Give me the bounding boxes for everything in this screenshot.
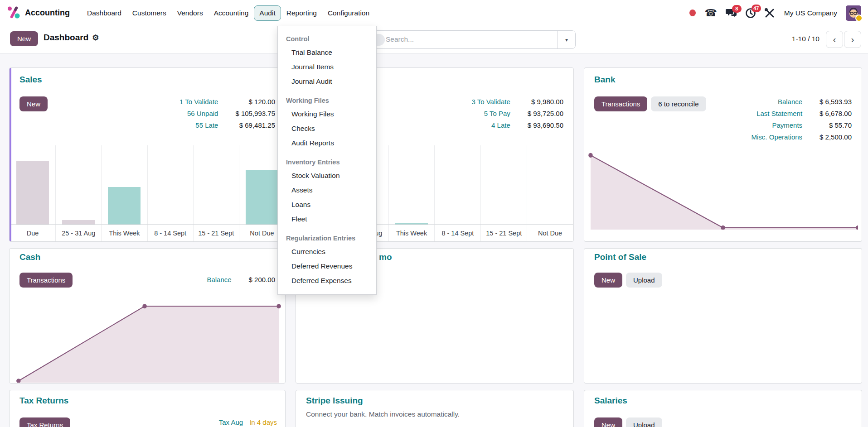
- menu-item-journal-audit[interactable]: Journal Audit: [278, 74, 376, 89]
- card-tax-returns: Tax Returns Tax Returns Tax Aug In 4 day…: [9, 390, 286, 427]
- menu-item-working-files[interactable]: Working Files: [278, 107, 376, 121]
- bank-stat-last-statement-value: $ 6,678.00: [820, 109, 852, 118]
- purchase-stat-to-validate[interactable]: 3 To Validate: [471, 97, 510, 106]
- sales-stat-unpaid[interactable]: 56 Unpaid: [179, 109, 218, 118]
- cash-transactions-button[interactable]: Transactions: [19, 273, 73, 288]
- accounting-app-icon: [7, 5, 20, 21]
- salaries-new-button[interactable]: New: [594, 417, 622, 427]
- nav-item-audit[interactable]: Audit: [254, 5, 281, 21]
- search-placeholder: Search...: [386, 35, 414, 43]
- sales-stat-late-value: $ 69,481.25: [235, 120, 275, 130]
- card-cash: Cash Transactions Balance $ 200.00: [9, 248, 286, 384]
- pager-range: 1-10 / 10: [792, 35, 820, 43]
- bank-stat-payments[interactable]: Payments: [752, 120, 803, 130]
- card-bank: Bank Transactions 6 to reconcile Balance…: [584, 67, 862, 242]
- menu-item-deferred-revenues[interactable]: Deferred Revenues: [278, 259, 376, 273]
- phone-icon[interactable]: ☎: [704, 7, 717, 19]
- activities-badge: 47: [752, 5, 761, 12]
- sales-bar-chart[interactable]: [10, 145, 285, 225]
- pos-card-title[interactable]: Point of Sale: [594, 252, 646, 262]
- salaries-card-title[interactable]: Salaries: [594, 396, 627, 406]
- stripe-issuing-card-title[interactable]: Stripe Issuing: [306, 396, 363, 406]
- tax-returns-button[interactable]: Tax Returns: [19, 417, 70, 427]
- activities-clock-icon[interactable]: 47: [745, 8, 756, 19]
- pager-previous-button[interactable]: ‹: [826, 31, 843, 48]
- nav-item-vendors[interactable]: Vendors: [172, 5, 209, 21]
- menu-item-checks[interactable]: Checks: [278, 121, 376, 136]
- stripe-issuing-subtitle: Connect your bank. Match invoices automa…: [306, 410, 460, 418]
- menu-item-audit-reports[interactable]: Audit Reports: [278, 136, 376, 150]
- bank-stat-balance-value: $ 6,593.93: [820, 97, 852, 106]
- menu-section-regularization-entries: Regularization Entries: [278, 232, 376, 245]
- card-salaries: Salaries New Upload: [584, 390, 862, 427]
- menu-section-working-files: Working Files: [278, 94, 376, 107]
- breadcrumb: Dashboard ⚙: [44, 33, 99, 43]
- purchase-stat-to-validate-value: $ 9,980.00: [528, 97, 563, 106]
- bank-stat-payments-value: $ 55.70: [820, 120, 852, 130]
- cash-stat-balance[interactable]: Balance: [207, 275, 231, 284]
- bank-stat-last-statement[interactable]: Last Statement: [752, 109, 803, 118]
- menu-item-deferred-expenses[interactable]: Deferred Expenses: [278, 273, 376, 288]
- salaries-upload-button[interactable]: Upload: [626, 417, 662, 427]
- sales-stat-late[interactable]: 55 Late: [179, 120, 218, 130]
- pos-upload-button[interactable]: Upload: [626, 273, 662, 288]
- sales-stat-unpaid-value: $ 105,993.75: [235, 109, 275, 118]
- bank-stat-balance[interactable]: Balance: [752, 97, 803, 106]
- menu-item-trial-balance[interactable]: Trial Balance: [278, 45, 376, 60]
- company-switcher[interactable]: My US Company: [784, 9, 837, 17]
- bank-transactions-button[interactable]: Transactions: [594, 96, 647, 111]
- menu-section-control: Control: [278, 33, 376, 45]
- hidden-card-title-fragment[interactable]: mo: [379, 252, 392, 262]
- search-dropdown-toggle[interactable]: ▾: [558, 31, 575, 48]
- menu-item-loans[interactable]: Loans: [278, 197, 376, 212]
- card-sales: Sales New 1 To Validate $ 120.00 56 Unpa…: [9, 67, 286, 242]
- tax-period-link[interactable]: Tax Aug: [219, 418, 243, 426]
- sales-stat-to-validate[interactable]: 1 To Validate: [179, 97, 218, 106]
- bank-stat-misc-operations-value: $ 2,500.00: [820, 132, 852, 142]
- menu-item-fleet[interactable]: Fleet: [278, 212, 376, 226]
- messages-icon[interactable]: 8: [726, 8, 737, 18]
- menu-item-assets[interactable]: Assets: [278, 183, 376, 197]
- page-title: Dashboard: [44, 33, 88, 43]
- card-stripe-issuing: Stripe Issuing Connect your bank. Match …: [296, 390, 574, 427]
- sales-bar-chart-labels: Due25 - 31 AugThis Week8 - 14 Sept15 - 2…: [10, 224, 285, 241]
- new-button[interactable]: New: [10, 31, 38, 46]
- dashboard-content: Sales New 1 To Validate $ 120.00 56 Unpa…: [0, 53, 868, 427]
- sales-new-button[interactable]: New: [19, 96, 48, 111]
- user-status-dot: [855, 14, 863, 22]
- tools-icon[interactable]: [765, 8, 775, 18]
- menu-section-inventory-entries: Inventory Entries: [278, 156, 376, 168]
- cash-card-title[interactable]: Cash: [19, 252, 40, 262]
- cash-stat-balance-value: $ 200.00: [249, 275, 275, 284]
- menu-item-stock-valuation[interactable]: Stock Valuation: [278, 168, 376, 183]
- messages-badge: 8: [732, 5, 742, 13]
- purchase-stat-late-value: $ 93,690.50: [528, 120, 563, 130]
- gear-icon[interactable]: ⚙: [92, 33, 99, 43]
- odoo-accounting-dashboard: Accounting Dashboard Customers Vendors A…: [0, 0, 868, 427]
- pager-next-button[interactable]: ›: [844, 31, 861, 48]
- app-brand[interactable]: Accounting: [7, 5, 70, 21]
- nav-item-dashboard[interactable]: Dashboard: [82, 5, 127, 21]
- cash-balance-chart[interactable]: [13, 303, 281, 383]
- bank-balance-chart[interactable]: [588, 145, 858, 230]
- nav-item-configuration[interactable]: Configuration: [322, 5, 375, 21]
- audit-dropdown-menu: Control Trial Balance Journal Items Jour…: [277, 26, 377, 295]
- menu-item-currencies[interactable]: Currencies: [278, 245, 376, 259]
- purchase-stat-to-pay[interactable]: 5 To Pay: [471, 109, 510, 118]
- bank-reconcile-button[interactable]: 6 to reconcile: [651, 96, 706, 111]
- nav-item-customers[interactable]: Customers: [127, 5, 172, 21]
- card-point-of-sale: Point of Sale New Upload: [584, 248, 862, 384]
- bank-card-title[interactable]: Bank: [594, 75, 615, 85]
- tax-returns-card-title[interactable]: Tax Returns: [19, 396, 68, 406]
- menu-item-journal-items[interactable]: Journal Items: [278, 60, 376, 74]
- nav-item-accounting[interactable]: Accounting: [209, 5, 254, 21]
- purchase-stat-late[interactable]: 4 Late: [471, 120, 510, 130]
- navbar-right-cluster: ☎ 8 47: [689, 0, 861, 26]
- recording-indicator-dot: [689, 10, 696, 16]
- sales-card-title[interactable]: Sales: [19, 75, 42, 85]
- pos-new-button[interactable]: New: [594, 273, 622, 288]
- nav-item-reporting[interactable]: Reporting: [281, 5, 322, 21]
- user-avatar[interactable]: [846, 5, 861, 21]
- app-name: Accounting: [25, 8, 70, 18]
- bank-stat-misc-operations[interactable]: Misc. Operations: [752, 132, 803, 142]
